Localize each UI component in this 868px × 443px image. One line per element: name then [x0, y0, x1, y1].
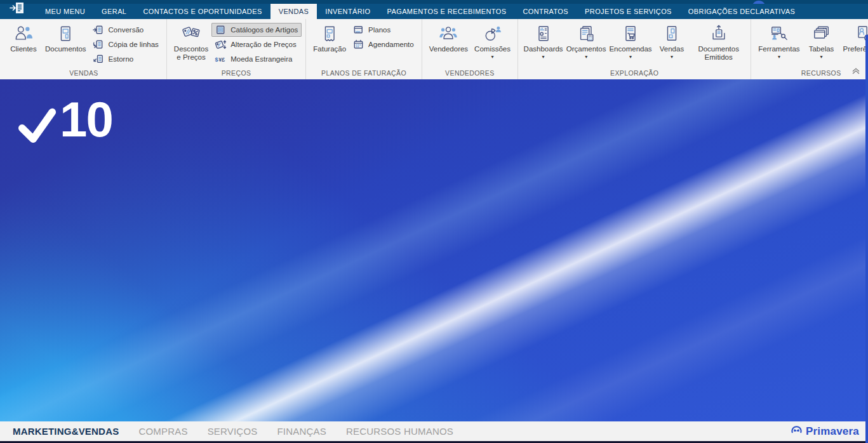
v10-version-number: 10: [60, 96, 112, 143]
button-label: Encomendas: [609, 45, 651, 53]
button-orcamentos[interactable]: Orçamentos▾: [565, 21, 607, 69]
dropdown-arrow-icon: ▾: [820, 55, 823, 59]
button-faturacao[interactable]: Faturação: [310, 21, 349, 69]
ribbon-group-precos: Descontos e PreçosCatálogos de ArtigosAl…: [167, 19, 306, 79]
desktop-wallpaper: 10: [0, 79, 868, 421]
budgets-icon: [577, 22, 596, 45]
orders-icon: [621, 22, 640, 45]
v10-logo: 10: [18, 96, 112, 147]
svg-text:$: $: [215, 56, 218, 62]
clients-icon: [14, 22, 33, 45]
button-dashboards[interactable]: Dashboards▾: [523, 21, 564, 69]
button-label: Estorno: [109, 55, 134, 63]
v10-check-icon: [18, 105, 57, 147]
ribbon-group-vendas: ClientesDocumentosConversãoCópia de linh…: [1, 19, 167, 79]
scheduling-icon: [352, 38, 364, 51]
menu-tab-geral[interactable]: GERAL: [93, 4, 135, 19]
button-label: Orçamentos: [566, 45, 606, 53]
button-descontos-e-precos[interactable]: Descontos e Preços: [171, 21, 211, 69]
button-vendedores[interactable]: Vendedores: [427, 21, 471, 69]
menu-tab-obrigacoes-declarativas[interactable]: OBRIGAÇÕES DECLARATIVAS: [680, 4, 803, 19]
collapse-ribbon-button[interactable]: [850, 67, 862, 77]
ribbon-group-vendedores: VendedoresComissões▾VENDEDORES: [422, 19, 518, 79]
button-agendamento[interactable]: Agendamento: [349, 37, 418, 51]
button-copia-de-linhas[interactable]: Cópia de linhas: [90, 37, 163, 51]
plans-icon: [352, 23, 364, 36]
module-tab-recursos-humanos[interactable]: RECURSOS HUMANOS: [346, 426, 453, 437]
button-encomendas[interactable]: Encomendas▾: [608, 21, 653, 69]
copy-lines-icon: [92, 38, 105, 51]
conversion-icon: [92, 23, 105, 36]
button-label: Documentos Emitidos: [693, 45, 744, 62]
menu-tab-contactos-e-oportunidades[interactable]: CONTACTOS E OPORTUNIDADES: [135, 4, 270, 19]
button-clientes[interactable]: Clientes: [6, 21, 41, 69]
button-documentos[interactable]: Documentos: [43, 21, 89, 69]
dashboards-icon: [534, 22, 553, 45]
group-caption: PLANOS DE FATURAÇÃO: [307, 69, 420, 79]
documents-icon: [56, 22, 75, 45]
group-content: VendedoresComissões▾: [424, 19, 516, 69]
button-label: Agendamento: [368, 41, 414, 48]
group-content: Ferramentas▾Tabelas▾Preferências: [752, 19, 868, 69]
dropdown-arrow-icon: ▾: [585, 55, 587, 59]
application-window: MEU MENUGERALCONTACTOS E OPORTUNIDADESVE…: [0, 0, 868, 443]
button-label: Planos: [368, 26, 391, 34]
ribbon-group-exploracao: Dashboards▾Orçamentos▾Encomendas▾Vendas▾…: [518, 19, 751, 79]
menu-tab-projetos-e-servicos[interactable]: PROJETOS E SERVIÇOS: [577, 4, 680, 19]
dropdown-arrow-icon: ▾: [542, 55, 545, 59]
dropdown-arrow-icon: ▾: [491, 55, 494, 59]
button-label: Moeda Estrangeira: [230, 55, 292, 63]
brand-name: Primavera: [806, 425, 859, 438]
group-content: FaturaçãoPlanosAgendamento: [307, 19, 420, 69]
button-preferencias[interactable]: Preferências: [841, 21, 868, 69]
menu-tab-inventario[interactable]: INVENTÁRIO: [317, 4, 378, 19]
discounts-icon: [182, 22, 201, 45]
button-label: Comissões: [474, 45, 511, 53]
module-tab-list: MARKETING&VENDASCOMPRASSERVIÇOSFINANÇASR…: [13, 426, 473, 437]
button-label: Documentos: [45, 45, 86, 53]
module-tab-servicos[interactable]: SERVIÇOS: [208, 426, 258, 437]
module-tab-financas[interactable]: FINANÇAS: [277, 426, 326, 437]
ribbon-tab-bar: MEU MENUGERALCONTACTOS E OPORTUNIDADESVE…: [0, 0, 868, 19]
ribbon-group-planos-de-faturacao: FaturaçãoPlanosAgendamentoPLANOS DE FATU…: [306, 19, 422, 79]
button-documentos-emitidos[interactable]: Documentos Emitidos: [691, 21, 746, 69]
button-alteracao-de-precos[interactable]: Alteração de Preços: [211, 37, 302, 51]
chevron-up-icon: [851, 66, 861, 77]
button-label: Dashboards: [524, 45, 563, 53]
nav-pane-icon: [9, 1, 25, 18]
button-estorno[interactable]: Estorno: [90, 52, 163, 66]
small-button-column: Catálogos de ArtigosAlteração de Preços$…: [211, 21, 302, 69]
small-button-column: ConversãoCópia de linhasEstorno: [90, 21, 163, 69]
button-label: Descontos e Preços: [174, 45, 208, 62]
button-label: Conversão: [109, 26, 144, 34]
menu-tab-meu-menu[interactable]: MEU MENU: [37, 4, 93, 19]
button-label: Clientes: [10, 45, 37, 53]
group-content: Descontos e PreçosCatálogos de ArtigosAl…: [168, 19, 304, 69]
group-caption: VENDAS: [3, 69, 165, 79]
button-moeda-estrangeira[interactable]: $¥£Moeda Estrangeira: [211, 52, 302, 66]
module-tab-marketing-vendas[interactable]: MARKETING&VENDAS: [13, 426, 119, 437]
module-tab-compras[interactable]: COMPRAS: [138, 426, 187, 437]
reversal-icon: [92, 53, 105, 65]
button-vendas[interactable]: Vendas▾: [654, 21, 690, 69]
button-tabelas[interactable]: Tabelas▾: [804, 21, 839, 69]
menu-tab-vendas[interactable]: VENDAS: [270, 4, 317, 19]
primavera-butterfly-icon: [790, 424, 803, 439]
button-planos[interactable]: Planos: [349, 23, 418, 37]
menu-tab-contratos[interactable]: CONTRATOS: [514, 4, 577, 19]
group-caption: VENDEDORES: [424, 69, 516, 79]
sales-doc-icon: [662, 22, 681, 45]
menu-tab-pagamentos-e-recebimentos[interactable]: PAGAMENTOS E RECEBIMENTOS: [379, 4, 515, 19]
group-caption: PREÇOS: [168, 69, 304, 79]
button-label: Alteração de Preços: [230, 41, 297, 48]
svg-text:¥£: ¥£: [218, 56, 225, 62]
button-label: Cópia de linhas: [109, 41, 159, 48]
primavera-brand: Primavera: [790, 424, 859, 439]
group-content: ClientesDocumentosConversãoCópia de linh…: [3, 19, 165, 69]
button-catalogos-de-artigos[interactable]: Catálogos de Artigos: [211, 23, 302, 37]
button-conversao[interactable]: Conversão: [90, 23, 163, 37]
button-comissoes[interactable]: Comissões▾: [472, 21, 513, 69]
button-ferramentas[interactable]: Ferramentas▾: [756, 21, 802, 69]
navigator-button[interactable]: [0, 0, 34, 19]
ribbon: ClientesDocumentosConversãoCópia de linh…: [0, 19, 868, 79]
